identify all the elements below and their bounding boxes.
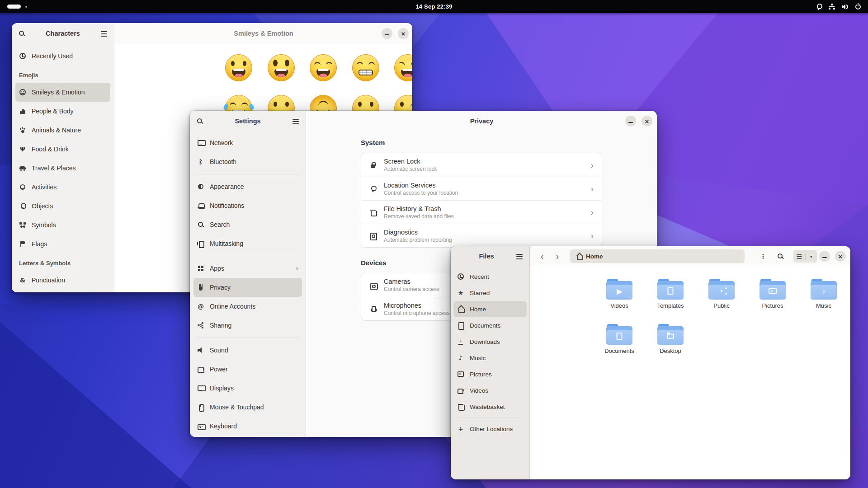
sidebar-item-label: Starred — [470, 290, 490, 296]
characters-page-title: Smileys & Emotion — [115, 23, 412, 44]
search-icon[interactable] — [196, 117, 203, 125]
emoji-grinning-face-with-big-eyes[interactable] — [268, 54, 295, 81]
close-button[interactable]: × — [835, 251, 846, 262]
folder-icon — [760, 279, 786, 300]
privacy-page-title: Privacy — [307, 111, 657, 131]
settings-section: SystemScreen LockAutomatic screen lock›L… — [361, 139, 602, 248]
minimize-button[interactable] — [819, 251, 830, 262]
sidebar-item-objects[interactable]: Objects — [15, 197, 110, 216]
sidebar-item-pictures[interactable]: Pictures — [453, 366, 527, 382]
lock-icon — [369, 161, 377, 169]
minimize-button[interactable] — [382, 28, 392, 39]
sidebar-item-people-body[interactable]: People & Body — [15, 102, 110, 121]
emoji-beaming-face-with-smiling-eyes[interactable] — [352, 54, 379, 81]
sidebar-item-notifications[interactable]: Notifications — [193, 196, 302, 215]
folder-label: Pictures — [762, 302, 783, 309]
emoji-grinning-face-with-smiling-eyes[interactable] — [310, 54, 337, 81]
sidebar-item-home[interactable]: Home — [453, 301, 527, 317]
chevron-right-icon: › — [296, 264, 298, 273]
settings-row-location-services[interactable]: Location ServicesControl access to your … — [361, 177, 602, 200]
sidebar-item-label: Appearance — [210, 183, 244, 190]
sidebar-item-other-locations[interactable]: +Other Locations — [453, 421, 527, 437]
sidebar-item-starred[interactable]: ★Starred — [453, 285, 527, 301]
location-icon — [815, 3, 822, 10]
folder-item-public[interactable]: Public — [700, 279, 743, 309]
row-subtitle: Control microphone access — [384, 310, 449, 316]
sidebar-item-food-drink[interactable]: ΨFood & Drink — [15, 140, 110, 159]
sidebar-item-symbols[interactable]: Symbols — [15, 216, 110, 235]
settings-row-diagnostics[interactable]: DiagnosticsAutomatic problem reporting› — [361, 224, 602, 247]
emoji-grinning-face[interactable] — [225, 54, 252, 81]
folder-grid: ▶VideosTemplatesPublicPictures♪Music↓Dow… — [530, 266, 850, 479]
view-toggle-button[interactable]: ▾ — [793, 250, 817, 263]
sidebar-item-power[interactable]: Power — [193, 360, 302, 379]
folder-item-videos[interactable]: ▶Videos — [598, 279, 641, 309]
desktop: Characters Recently UsedEmojisSmileys & … — [0, 0, 868, 488]
settings-sidebar-title: Settings — [203, 117, 292, 125]
sidebar-item-recently-used[interactable]: Recently Used — [15, 47, 110, 66]
sidebar-item-downloads[interactable]: Downloads — [453, 333, 527, 350]
sidebar-item-sound[interactable]: Sound — [193, 341, 302, 360]
sidebar-item-sharing[interactable]: Sharing — [193, 316, 302, 335]
minimize-button[interactable] — [625, 116, 636, 127]
sidebar-item-online-accounts[interactable]: @Online Accounts — [193, 297, 302, 316]
sidebar-item-keyboard[interactable]: Keyboard — [193, 417, 302, 436]
sidebar-item-label: Recently Used — [32, 52, 73, 60]
sidebar-item-label: Travel & Places — [32, 164, 76, 172]
menu-icon[interactable] — [100, 30, 108, 37]
sidebar-item-music[interactable]: ♪Music — [453, 350, 527, 366]
sidebar-item-punctuation[interactable]: &Punctuation — [15, 271, 110, 290]
sidebar-item-animals-nature[interactable]: Animals & Nature — [15, 121, 110, 140]
settings-row-file-history-trash[interactable]: File History & TrashRemove saved data an… — [361, 200, 602, 224]
sidebar-item-travel-places[interactable]: Travel & Places — [15, 159, 110, 178]
forward-button[interactable]: › — [551, 250, 564, 263]
diag-icon — [369, 232, 377, 239]
sidebar-item-label: Documents — [470, 322, 500, 329]
path-bar[interactable]: Home — [570, 249, 745, 263]
sidebar-item-network[interactable]: Network — [193, 133, 302, 152]
star-icon: ★ — [457, 289, 464, 296]
folder-item-music[interactable]: ♪Music — [802, 279, 845, 309]
grid-icon — [197, 265, 204, 272]
files-sidebar-title: Files — [457, 253, 516, 260]
music-icon: ♪ — [457, 354, 464, 361]
folder-item-desktop[interactable]: Desktop — [649, 324, 692, 354]
folder-icon — [708, 279, 735, 300]
sidebar-item-search[interactable]: Search — [193, 215, 302, 234]
menu-icon[interactable] — [516, 253, 523, 260]
menu-icon[interactable] — [292, 117, 299, 125]
sidebar-item-wastebasket[interactable]: Wastebasket — [453, 399, 527, 415]
row-subtitle: Automatic problem reporting — [384, 237, 452, 243]
sidebar-item-recent[interactable]: Recent — [453, 268, 527, 285]
sidebar-item-appearance[interactable]: Appearance — [193, 177, 302, 196]
sidebar-item-documents[interactable]: Documents — [453, 317, 527, 333]
folder-icon — [606, 324, 632, 345]
sidebar-item-activities[interactable]: Activities — [15, 178, 110, 197]
close-button[interactable]: × — [642, 116, 652, 127]
folder-item-documents[interactable]: Documents — [598, 324, 641, 354]
close-button[interactable]: × — [398, 28, 409, 39]
chevron-right-icon: › — [591, 231, 594, 240]
settings-row-screen-lock[interactable]: Screen LockAutomatic screen lock› — [361, 153, 602, 177]
search-icon — [777, 253, 784, 260]
back-button[interactable]: ‹ — [536, 250, 548, 263]
search-icon[interactable] — [18, 30, 25, 37]
sidebar-item-displays[interactable]: Displays — [193, 379, 302, 398]
sidebar-item-bluetooth[interactable]: ᛒBluetooth — [193, 152, 302, 171]
emoji-grinning-squinting-face[interactable] — [394, 54, 412, 81]
folder-item-pictures[interactable]: Pictures — [751, 279, 794, 309]
clock[interactable]: 14 Sep 22:39 — [0, 3, 868, 10]
system-status-area[interactable] — [815, 0, 862, 13]
window-menu-button[interactable]: ⋮ — [756, 250, 770, 263]
folder-item-templates[interactable]: Templates — [649, 279, 692, 309]
sidebar-item-multitasking[interactable]: Multitasking — [193, 234, 302, 253]
sidebar-item-apps[interactable]: Apps› — [193, 259, 302, 278]
sidebar-item-privacy[interactable]: Privacy — [193, 278, 302, 297]
search-button[interactable] — [774, 250, 787, 263]
bell-icon — [197, 202, 204, 209]
sidebar-item-mouse-touchpad[interactable]: Mouse & Touchpad — [193, 398, 302, 417]
sidebar-item-flags[interactable]: Flags — [15, 235, 110, 253]
sidebar-item-videos[interactable]: Videos — [453, 382, 527, 399]
sidebar-item-smileys-emotion[interactable]: Smileys & Emotion — [15, 83, 110, 102]
sidebar-item-label: Recent — [470, 273, 489, 280]
